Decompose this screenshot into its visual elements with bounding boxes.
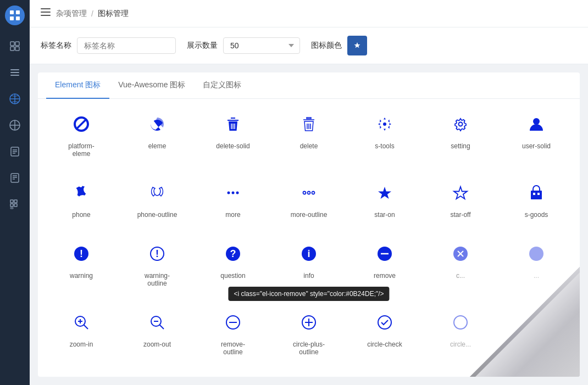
user-solid-icon [526,114,546,137]
sidebar-item-grid[interactable] [4,193,26,215]
sidebar-item-settings[interactable] [4,114,26,136]
sidebar-item-menu2[interactable] [4,62,26,83]
icon-item-phone-outline[interactable]: phone-outline [119,173,195,234]
svg-rect-32 [41,15,51,16]
icon-label: more [225,211,240,219]
icon-item-platform-eleme[interactable]: platform-eleme [43,104,119,173]
icon-label: circle-check [367,341,402,348]
tab-custom[interactable]: 自定义图标 [194,72,250,99]
zoom-in-icon [71,313,91,335]
icon-item-star-off[interactable]: star-off [423,173,498,234]
remove-icon [375,244,395,266]
filter-name-label: 标签名称 [41,41,71,51]
sidebar-item-dashboard[interactable] [4,35,26,57]
svg-rect-49 [533,193,535,195]
icon-item-circle-partial[interactable]: circle... [423,303,498,371]
svg-rect-30 [41,8,51,9]
circle-check-icon [375,313,395,335]
star-off-icon [451,183,470,205]
icon-item-remove[interactable]: remove [347,234,423,303]
info-icon: i [299,244,319,266]
setting-icon [451,114,470,137]
s-goods-icon [526,183,546,205]
svg-point-46 [308,192,310,194]
icon-label: ... [534,272,539,280]
icon-label: eleme [148,142,167,150]
icon-label: platform-eleme [68,142,94,158]
delete-icon [299,114,319,137]
eleme-icon [147,114,167,137]
icon-grid: platform-eleme eleme [38,99,580,377]
icon-label: star-on [374,211,395,219]
svg-point-77 [378,316,391,329]
icon-item-warning-outline[interactable]: ! warning-outline [119,234,195,303]
star-on-icon [375,183,395,205]
svg-rect-7 [15,47,19,51]
icon-item-setting[interactable]: setting [423,104,498,173]
icon-item-info[interactable]: i info [271,234,347,303]
svg-rect-25 [10,200,13,203]
icon-item-warning[interactable]: ! warning [43,234,119,303]
tab-element[interactable]: Element 图标 [46,72,109,99]
icon-item-circle-plus-outline[interactable]: circle-plus-outline [271,303,347,371]
icon-label: more-outline [291,211,328,219]
icon-label: star-off [450,211,470,219]
icon-label: circle-plus-outline [293,341,325,356]
tab-vue-awesome[interactable]: Vue-Awesome 图标 [109,72,194,99]
svg-point-39 [383,122,386,126]
svg-rect-8 [10,69,19,70]
svg-point-64 [529,247,543,261]
breadcrumb-current: 图标管理 [98,9,129,19]
svg-text:!: ! [80,248,83,259]
svg-line-70 [160,325,164,330]
tabs: Element 图标 Vue-Awesome 图标 自定义图标 [38,72,580,99]
icon-item-zoom-in[interactable]: zoom-in [43,303,119,371]
svg-point-41 [533,118,540,125]
sidebar-item-reports[interactable] [4,167,26,189]
icon-label: phone [72,211,90,219]
filter-name-input[interactable] [77,37,176,54]
icon-label: zoom-in [70,341,93,348]
svg-rect-28 [14,204,17,207]
icon-item-circle-check[interactable]: circle-check [347,303,423,371]
sidebar-item-docs[interactable] [4,141,26,163]
icon-item-remove-outline[interactable]: remove-outline [195,303,271,371]
remove-outline-icon [223,313,243,335]
question-icon: ? [223,244,243,266]
svg-rect-29 [10,208,13,209]
svg-rect-9 [10,72,19,73]
svg-rect-21 [11,174,19,182]
circle-plus-outline-icon [299,313,319,335]
platform-eleme-icon [71,114,91,137]
warning-icon: ! [71,244,91,266]
icon-item-question[interactable]: ? question [195,234,271,303]
icon-label: question [220,272,245,280]
icon-item-phone[interactable]: phone [43,173,119,234]
filter-count-select[interactable]: 50 100 200 [223,37,300,54]
svg-rect-4 [10,42,14,46]
icon-item-star-on[interactable]: star-on [347,173,423,234]
icon-item-eleme[interactable]: eleme [119,104,195,173]
icon-item-partial2[interactable]: ... [498,234,574,303]
phone-icon [71,183,91,205]
icon-item-delete-solid[interactable]: delete-solid [195,104,271,173]
svg-rect-27 [10,204,13,207]
icon-label: zoom-out [143,341,171,348]
color-picker-button[interactable] [347,36,367,55]
icon-item-user-solid[interactable]: user-solid [498,104,574,173]
svg-point-45 [303,192,306,194]
filter-count-label: 展示数量 [187,41,218,51]
icon-item-more[interactable]: more [195,173,271,234]
icon-item-s-tools[interactable]: s-tools [347,104,423,173]
sidebar-logo [5,5,25,25]
icon-label: s-tools [375,142,394,150]
icon-item-more-outline[interactable]: more-outline [271,173,347,234]
icon-item-zoom-out[interactable]: zoom-out [119,303,195,371]
sidebar-item-icons[interactable] [4,88,26,110]
icon-item-s-goods[interactable]: s-goods [498,173,574,234]
svg-rect-31 [41,12,51,13]
icon-item-circle-close-partial[interactable]: c... [423,234,498,303]
menu-icon[interactable] [41,7,51,20]
breadcrumb: 杂项管理 / 图标管理 [56,9,129,19]
icon-item-delete[interactable]: delete [271,104,347,173]
